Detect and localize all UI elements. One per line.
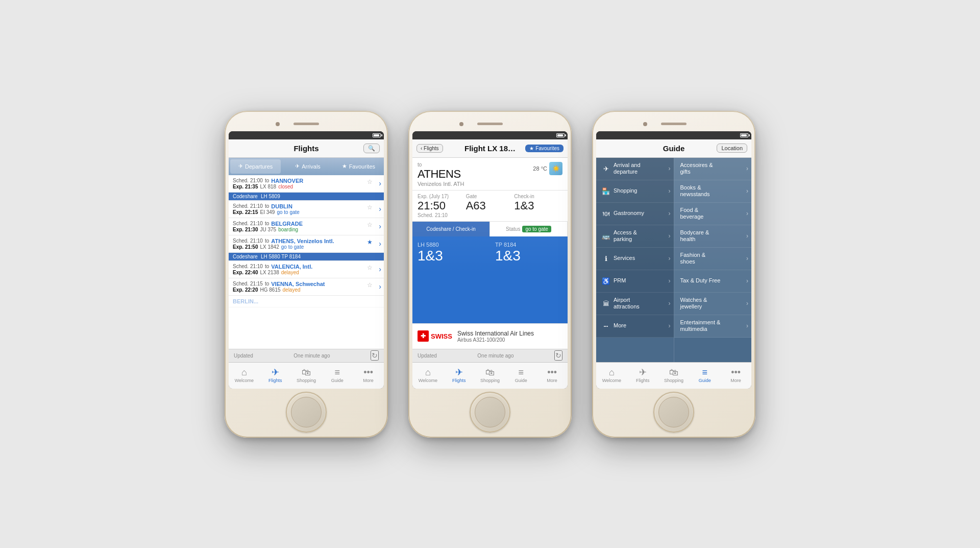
fld-airline-bar: ✚ SWISS Swiss International Air Lines Ai…: [412, 323, 568, 349]
flight-5-status: delayed: [281, 270, 299, 275]
guide-label-watches: Watches &jewellery: [680, 297, 707, 310]
refresh-button-2[interactable]: ↻: [554, 350, 562, 361]
guide-label-services: Services: [614, 255, 635, 261]
flight-row-3[interactable]: Sched. 21:10 to BELGRADE Exp. 21:30 JU 3…: [229, 218, 384, 235]
guide-item-arrival[interactable]: ✈ Arrival anddeparture ›: [596, 158, 674, 180]
guide-item-accessories[interactable]: Accesoires &gifts ›: [674, 158, 752, 180]
flight-row-5[interactable]: Sched. 21:10 to VALENCIA, Intl. Exp. 22:…: [229, 261, 384, 278]
fld-gate: A63: [466, 199, 514, 212]
guide-label-bodycare: Bodycare &health: [680, 229, 709, 243]
search-button-1[interactable]: 🔍: [363, 144, 380, 153]
flight-4-star[interactable]: ★: [367, 239, 373, 246]
guide-item-prm[interactable]: ♿ PRM ›: [596, 270, 674, 293]
tab-shopping-label-1: Shopping: [297, 378, 316, 383]
phone-2-home[interactable]: [470, 392, 510, 433]
guide-item-access[interactable]: 🚌 Access &parking ›: [596, 225, 674, 248]
guide-item-services[interactable]: ℹ Services ›: [596, 248, 674, 270]
fld-tab-row: Codeshare / Check-in Status go to gate: [412, 221, 568, 236]
guide-item-food[interactable]: Food &beverage ›: [674, 203, 752, 225]
tab-guide-1[interactable]: ≡ Guide: [322, 363, 353, 389]
flight-row-4[interactable]: Sched. 21:10 to ATHENS, Venizelos Intl. …: [229, 235, 384, 253]
weather-avatar: ☀️: [549, 162, 562, 175]
tab-more-1[interactable]: ••• More: [353, 363, 384, 389]
flight-3-chevron: ›: [379, 222, 381, 230]
tab-welcome-2[interactable]: ⌂ Welcome: [412, 363, 444, 389]
guide-item-books[interactable]: Books &newsstands ›: [674, 180, 752, 203]
tab-welcome-1[interactable]: ⌂ Welcome: [229, 363, 260, 389]
flight-row-6[interactable]: Sched. 21:15 to VIENNA, Schwechat Exp. 2…: [229, 278, 384, 296]
tab-flights-3[interactable]: ✈ Flights: [627, 363, 658, 389]
fld-gate-col: Gate A63: [466, 194, 514, 218]
fld-tab-status[interactable]: Status go to gate: [490, 222, 568, 236]
fld-exp-time: 21:50: [418, 199, 466, 212]
swiss-text: SWISS: [431, 332, 452, 340]
tab-shopping-3[interactable]: 🛍 Shopping: [658, 363, 690, 389]
flight-1-star[interactable]: ☆: [367, 178, 373, 185]
flight-row-1[interactable]: Sched. 21:00 to HANNOVER Exp. 21:35 LX 8…: [229, 175, 384, 193]
flight-3-exp: Exp. 21:30: [233, 227, 258, 232]
shopping-icon-2: 🛍: [485, 368, 495, 377]
tab-guide-3[interactable]: ≡ Guide: [689, 363, 720, 389]
guide-item-watches[interactable]: Watches &jewellery ›: [674, 293, 752, 315]
battery-icon-2: [556, 133, 565, 137]
flights-icon-2: ✈: [455, 368, 463, 377]
nav-title-3: Guide: [663, 144, 685, 153]
tab-welcome-label-2: Welcome: [419, 378, 437, 383]
guide-item-airport[interactable]: 🏛 Airportattractions ›: [596, 293, 674, 315]
entertainment-chevron: ›: [746, 322, 748, 329]
flight-3-status: boarding: [278, 227, 298, 232]
fld-checkin-col: Check-in 1&3: [514, 194, 562, 218]
home-icon-1: ⌂: [241, 368, 247, 377]
watches-chevron: ›: [746, 300, 748, 307]
flight-5-star[interactable]: ☆: [367, 264, 373, 271]
nav-title-2: Flight LX 18…: [464, 144, 516, 153]
update-time-1: One minute ago: [293, 353, 330, 359]
phone-3-home[interactable]: [653, 392, 694, 433]
phone-3-home-inner: [658, 397, 689, 427]
flight-2-status: go to gate: [277, 209, 299, 215]
guide-item-taxfree[interactable]: Tax & Duty Free ›: [674, 270, 752, 293]
seg-favourites[interactable]: ★Favourites: [333, 158, 384, 175]
tab-flights-2[interactable]: ✈ Flights: [444, 363, 475, 389]
favourites-button-2[interactable]: ★ Favourites: [525, 145, 564, 152]
tab-shopping-1[interactable]: 🛍 Shopping: [291, 363, 322, 389]
flight-1-exp: Exp. 21:35: [233, 184, 258, 189]
tab-more-3[interactable]: ••• More: [720, 363, 751, 389]
phone-1-home[interactable]: [286, 392, 327, 433]
guide-item-fashion[interactable]: Fashion &shoes ›: [674, 248, 752, 270]
tab-shopping-2[interactable]: 🛍 Shopping: [475, 363, 506, 389]
flight-row-2[interactable]: Sched. 21:10 to DUBLIN Exp. 22:15 EI 349…: [229, 201, 384, 218]
refresh-button-1[interactable]: ↻: [371, 350, 379, 361]
tab-more-2[interactable]: ••• More: [536, 363, 568, 389]
guide-item-gastronomy[interactable]: 🍽 Gastronomy ›: [596, 203, 674, 225]
fld-tab2-label: Status: [506, 226, 520, 232]
seg-arrivals[interactable]: ✈Arrivals: [282, 158, 333, 175]
flight-3-star[interactable]: ☆: [367, 221, 373, 228]
status-bar-1: [229, 131, 384, 139]
flight-6-star[interactable]: ☆: [367, 281, 373, 289]
guide-item-more[interactable]: ••• More ›: [596, 315, 674, 338]
seg-departures[interactable]: ✈Departures: [230, 159, 281, 174]
tab-flights-1[interactable]: ✈ Flights: [260, 363, 291, 389]
guide-item-bodycare[interactable]: Bodycare &health ›: [674, 225, 752, 248]
phone-3-speaker: [661, 123, 687, 125]
guide-item-entertainment[interactable]: Entertainment &multimedia ›: [674, 315, 752, 338]
codeshare-1-label: Codeshare: [233, 194, 258, 199]
nav-bar-1: Flights 🔍: [229, 139, 384, 158]
update-bar-2: Updated One minute ago ↻: [412, 349, 568, 362]
flight-2-star[interactable]: ☆: [367, 204, 373, 211]
guide-label-books: Books &newsstands: [680, 184, 710, 198]
fld-tab-codeshare[interactable]: Codeshare / Check-in: [412, 222, 490, 236]
shopping-icon-3: 🛍: [669, 368, 678, 377]
codeshare-2: Codeshare LH 5880 TP 8184: [229, 253, 384, 261]
back-button-2[interactable]: ‹ Flights: [416, 144, 443, 153]
airport-icon: 🏛: [600, 298, 611, 309]
accessories-chevron: ›: [746, 165, 748, 172]
location-button[interactable]: Location: [717, 144, 747, 153]
tab-guide-label-2: Guide: [515, 378, 527, 383]
tab-more-label-2: More: [547, 378, 557, 383]
tab-guide-2[interactable]: ≡ Guide: [505, 363, 536, 389]
flight-3-sched: Sched. 21:10: [233, 221, 263, 227]
tab-welcome-3[interactable]: ⌂ Welcome: [596, 363, 627, 389]
guide-item-shopping[interactable]: 🏪 Shopping ›: [596, 180, 674, 203]
